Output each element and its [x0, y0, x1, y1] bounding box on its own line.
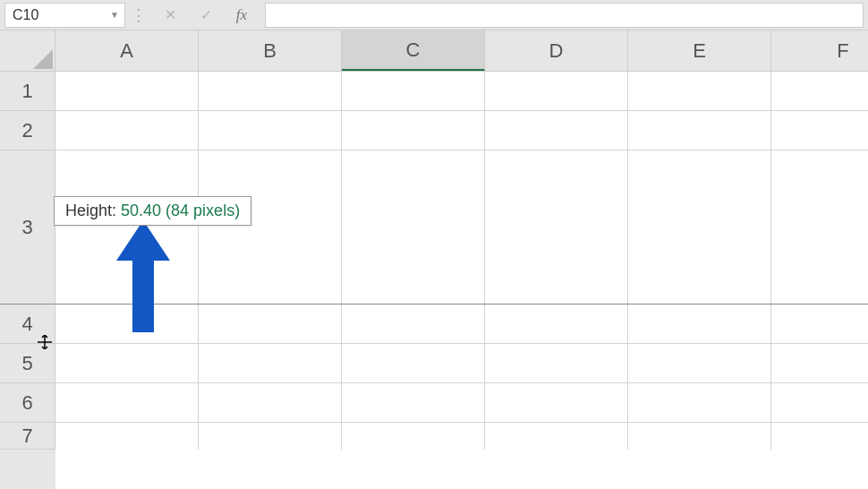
cell-b7[interactable]: [199, 423, 342, 450]
name-box-dropdown-icon[interactable]: ▼: [110, 10, 119, 20]
row-header-7[interactable]: 7: [0, 423, 55, 450]
insert-function-button[interactable]: fx: [224, 3, 260, 28]
check-icon: ✓: [200, 6, 212, 23]
formula-input[interactable]: [265, 3, 864, 28]
cell-c5[interactable]: [342, 344, 485, 382]
enter-formula-button: ✓: [188, 3, 224, 28]
col-header-b[interactable]: B: [199, 30, 342, 71]
cancel-formula-button: ✕: [152, 3, 188, 28]
cell-b2[interactable]: [199, 111, 342, 150]
col-header-f[interactable]: F: [771, 30, 868, 71]
cell-f5[interactable]: [771, 344, 868, 382]
cell-c3[interactable]: [342, 150, 485, 304]
row-header-3[interactable]: 3: [0, 150, 55, 305]
cell-e5[interactable]: [628, 344, 771, 382]
cell-a6[interactable]: [55, 383, 199, 422]
cell-b6[interactable]: [199, 383, 342, 422]
cell-c4[interactable]: [342, 305, 485, 343]
annotation-arrow-icon: [116, 220, 170, 340]
row-height-tooltip: Height: 50.40 (84 pixels): [54, 196, 251, 226]
select-all-corner[interactable]: [0, 30, 55, 72]
row-header-6[interactable]: 6: [0, 383, 55, 423]
cell-b1[interactable]: [199, 72, 342, 110]
row-resize-cursor-icon: [38, 335, 52, 354]
cell-d2[interactable]: [485, 111, 628, 150]
cells-grid[interactable]: [55, 72, 868, 489]
row-5: [55, 344, 868, 383]
cell-f3[interactable]: [771, 150, 868, 304]
row-1: [55, 72, 868, 111]
cell-b3[interactable]: [199, 150, 342, 304]
formula-bar-separator: ⋮: [125, 5, 152, 25]
tooltip-value: 50.40 (84 pixels): [121, 202, 240, 219]
row-4: [55, 305, 868, 344]
cell-e2[interactable]: [628, 111, 771, 150]
cell-e6[interactable]: [628, 383, 771, 422]
cell-a7[interactable]: [55, 423, 199, 450]
arrow-shape: [116, 220, 170, 332]
cell-d5[interactable]: [485, 344, 628, 382]
cell-e1[interactable]: [628, 72, 771, 110]
grid-body: A B C D E F: [55, 30, 868, 489]
col-header-a[interactable]: A: [55, 30, 199, 71]
col-header-d[interactable]: D: [485, 30, 628, 71]
cell-a2[interactable]: [55, 111, 199, 150]
col-header-e[interactable]: E: [628, 30, 771, 71]
cell-c1[interactable]: [342, 72, 485, 110]
cell-a5[interactable]: [55, 344, 199, 382]
cell-c6[interactable]: [342, 383, 485, 422]
cell-f7[interactable]: [771, 423, 868, 450]
cell-d7[interactable]: [485, 423, 628, 450]
left-column: 1 2 3 4 5 6 7: [0, 30, 55, 489]
fx-icon: fx: [236, 6, 247, 24]
column-headers: A B C D E F: [55, 30, 868, 72]
cancel-icon: ✕: [165, 6, 176, 23]
name-box[interactable]: C10 ▼: [4, 3, 125, 28]
name-box-value: C10: [13, 7, 38, 23]
row-header-1[interactable]: 1: [0, 72, 55, 111]
row-2: [55, 111, 868, 150]
cell-f4[interactable]: [771, 305, 868, 343]
row-3: [55, 150, 868, 305]
row-header-2[interactable]: 2: [0, 111, 55, 150]
cell-d4[interactable]: [485, 305, 628, 343]
cell-f1[interactable]: [771, 72, 868, 110]
cell-f2[interactable]: [771, 111, 868, 150]
row-headers: 1 2 3 4 5 6 7: [0, 72, 55, 450]
cell-b5[interactable]: [199, 344, 342, 382]
row-7: [55, 423, 868, 450]
cell-f6[interactable]: [771, 383, 868, 422]
cell-d1[interactable]: [485, 72, 628, 110]
formula-bar: C10 ▼ ⋮ ✕ ✓ fx: [0, 0, 868, 30]
cell-a1[interactable]: [55, 72, 199, 110]
cell-d6[interactable]: [485, 383, 628, 422]
cell-c7[interactable]: [342, 423, 485, 450]
row-6: [55, 383, 868, 423]
cell-e3[interactable]: [628, 150, 771, 304]
cell-b4[interactable]: [199, 305, 342, 343]
cell-e4[interactable]: [628, 305, 771, 343]
cell-c2[interactable]: [342, 111, 485, 150]
tooltip-label: Height:: [65, 202, 121, 219]
cell-e7[interactable]: [628, 423, 771, 450]
col-header-c[interactable]: C: [342, 30, 485, 71]
cell-d3[interactable]: [485, 150, 628, 304]
select-all-triangle-icon: [33, 49, 53, 69]
